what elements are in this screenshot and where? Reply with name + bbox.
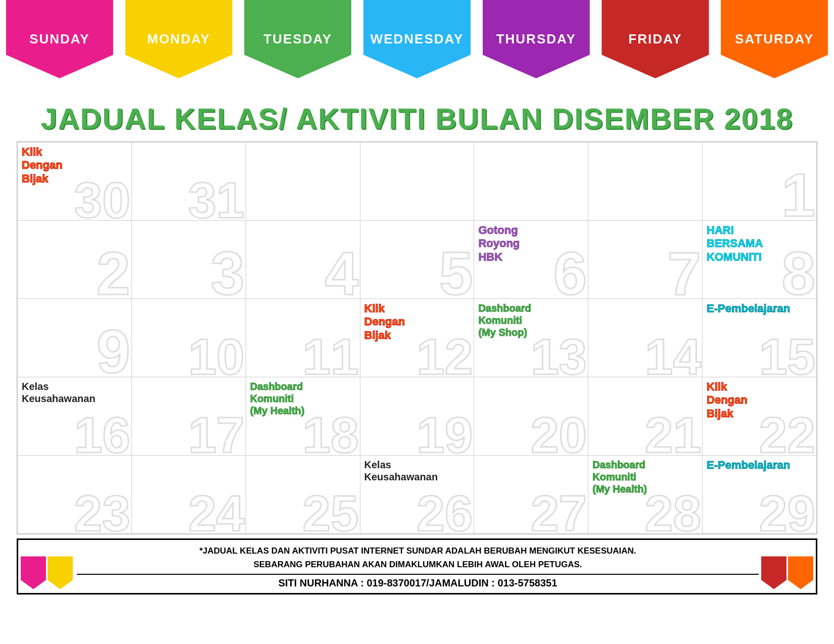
day-number: 23 xyxy=(74,488,130,534)
calendar-cell-4-1: 24 xyxy=(131,456,246,534)
calendar-cell-1-5: 7 xyxy=(588,221,703,299)
day-number: 4 xyxy=(325,243,359,299)
banner-shape: MONDAY xyxy=(125,0,233,78)
calendar-cell-3-5: 21 xyxy=(588,377,703,456)
day-number: 17 xyxy=(188,410,244,456)
footer-contact: SITI NURHANNA : 019-8370017/JAMALUDIN : … xyxy=(77,574,759,589)
day-label: SUNDAY xyxy=(29,31,89,47)
day-number: 3 xyxy=(211,243,245,299)
day-number: 20 xyxy=(531,410,587,456)
footer-shape-yellow xyxy=(48,556,73,589)
footer: *JADUAL KELAS DAN AKTIVITI PUSAT INTERNE… xyxy=(17,538,817,595)
cell-event: DashboardKomuniti(My Shop) xyxy=(478,302,584,338)
day-label: TUESDAY xyxy=(263,31,332,47)
footer-shape-red xyxy=(761,556,786,589)
cell-event: KelasKeusahawanan xyxy=(22,380,127,405)
day-number: 24 xyxy=(188,488,244,534)
calendar-cell-3-6: 22KlikDenganBijak xyxy=(703,377,817,456)
calendar-cell-4-0: 23 xyxy=(18,456,132,534)
calendar-cell-2-4: 13DashboardKomuniti(My Shop) xyxy=(474,299,588,377)
calendar-cell-4-6: 29E-Pembelajaran xyxy=(703,456,817,534)
day-number: 29 xyxy=(759,488,815,534)
day-number: 25 xyxy=(302,488,358,534)
cell-event: E-Pembelajaran xyxy=(707,459,812,472)
calendar-cell-0-0: 30KlikDenganBijak xyxy=(18,142,132,221)
day-banner-tuesday: TUESDAY xyxy=(238,0,357,92)
day-banner-wednesday: WEDNESDAY xyxy=(357,0,477,92)
cell-event: DashboardKomuniti(My Health) xyxy=(250,380,356,417)
cell-event: KelasKeusahawanan xyxy=(364,459,470,483)
cell-event: KlikDenganBijak xyxy=(22,145,127,185)
calendar-row-2: 9101112KlikDenganBijak13DashboardKomunit… xyxy=(18,299,817,377)
banner-shape: SUNDAY xyxy=(6,0,113,78)
day-banner-saturday: SATURDAY xyxy=(715,0,834,92)
calendar-cell-1-2: 4 xyxy=(246,221,360,299)
cell-event: HARIBERSAMAKOMUNITI xyxy=(707,224,812,264)
footer-shape-orange xyxy=(788,556,813,589)
day-number: 1 xyxy=(781,165,815,221)
calendar-cell-3-1: 17 xyxy=(131,377,246,456)
cell-event: GotongRoyongHBK xyxy=(478,224,584,264)
calendar-cell-4-2: 25 xyxy=(246,456,360,534)
calendar-cell-2-3: 12KlikDenganBijak xyxy=(360,299,474,377)
day-number: 10 xyxy=(188,331,244,377)
calendar-cell-3-2: 18DashboardKomuniti(My Health) xyxy=(246,377,360,456)
day-banner-sunday: SUNDAY xyxy=(0,0,119,92)
day-number: 19 xyxy=(416,410,473,456)
calendar-cell-1-3: 5 xyxy=(360,221,474,299)
day-number: 11 xyxy=(302,331,358,377)
cell-event: DashboardKomuniti(My Health) xyxy=(592,459,698,495)
banner-shape: SATURDAY xyxy=(721,0,828,78)
calendar-cell-1-6: 8HARIBERSAMAKOMUNITI xyxy=(703,221,817,299)
calendar-grid: 30KlikDenganBijak31123456GotongRoyongHBK… xyxy=(17,141,817,534)
day-banner-friday: FRIDAY xyxy=(596,0,715,92)
calendar-cell-4-3: 26KelasKeusahawanan xyxy=(360,456,474,534)
calendar-cell-3-3: 19 xyxy=(360,377,474,456)
calendar-cell-1-1: 3 xyxy=(131,221,246,299)
cell-event: E-Pembelajaran xyxy=(707,302,812,315)
day-label: FRIDAY xyxy=(628,31,682,47)
calendar-cell-4-4: 27 xyxy=(474,456,588,534)
day-label: WEDNESDAY xyxy=(370,31,464,47)
day-number: 5 xyxy=(439,243,473,299)
day-number: 9 xyxy=(97,321,130,377)
calendar-cell-0-4 xyxy=(474,142,588,221)
day-number: 7 xyxy=(667,243,701,299)
footer-notice-2: SEBARANG PERUBAHAN AKAN DIMAKLUMKAN LEBI… xyxy=(77,558,759,571)
footer-text: *JADUAL KELAS DAN AKTIVITI PUSAT INTERNE… xyxy=(77,540,759,593)
calendar-row-1: 23456GotongRoyongHBK78HARIBERSAMAKOMUNIT… xyxy=(18,221,817,299)
calendar-cell-0-6: 1 xyxy=(703,142,817,221)
day-banner-monday: MONDAY xyxy=(119,0,239,92)
cell-event: KlikDenganBijak xyxy=(707,380,812,420)
calendar-row-3: 16KelasKeusahawanan1718DashboardKomuniti… xyxy=(18,377,817,456)
calendar-cell-4-5: 28DashboardKomuniti(My Health) xyxy=(588,456,703,534)
footer-notice-1: *JADUAL KELAS DAN AKTIVITI PUSAT INTERNE… xyxy=(77,544,759,558)
day-label: MONDAY xyxy=(147,31,210,47)
calendar-cell-3-4: 20 xyxy=(474,377,588,456)
calendar-cell-0-3 xyxy=(360,142,474,221)
header-row: SUNDAY MONDAY TUESDAY WEDNESDAY THURSDAY… xyxy=(0,0,834,92)
calendar-cell-2-6: 15E-Pembelajaran xyxy=(703,299,817,377)
day-number: 27 xyxy=(531,488,587,534)
banner-shape: FRIDAY xyxy=(601,0,709,78)
banner-shape: WEDNESDAY xyxy=(363,0,471,78)
day-number: 31 xyxy=(188,175,244,221)
calendar-cell-1-0: 2 xyxy=(18,221,132,299)
banner-shape: TUESDAY xyxy=(244,0,351,78)
day-number: 14 xyxy=(645,331,701,377)
calendar-cell-2-1: 10 xyxy=(131,299,246,377)
day-number: 21 xyxy=(645,410,701,456)
footer-shape-pink xyxy=(21,556,46,589)
calendar-cell-2-5: 14 xyxy=(588,299,703,377)
calendar-cell-0-1: 31 xyxy=(131,142,246,221)
calendar-cell-1-4: 6GotongRoyongHBK xyxy=(474,221,588,299)
day-number: 26 xyxy=(416,488,473,534)
calendar-cell-2-0: 9 xyxy=(18,299,132,377)
day-banner-thursday: THURSDAY xyxy=(477,0,596,92)
calendar-row-0: 30KlikDenganBijak311 xyxy=(18,142,817,221)
banner-shape: THURSDAY xyxy=(483,0,590,78)
calendar-cell-2-2: 11 xyxy=(246,299,360,377)
calendar-row-4: 23242526KelasKeusahawanan2728DashboardKo… xyxy=(18,456,817,534)
calendar-cell-3-0: 16KelasKeusahawanan xyxy=(18,377,132,456)
calendar-cell-0-2 xyxy=(246,142,360,221)
